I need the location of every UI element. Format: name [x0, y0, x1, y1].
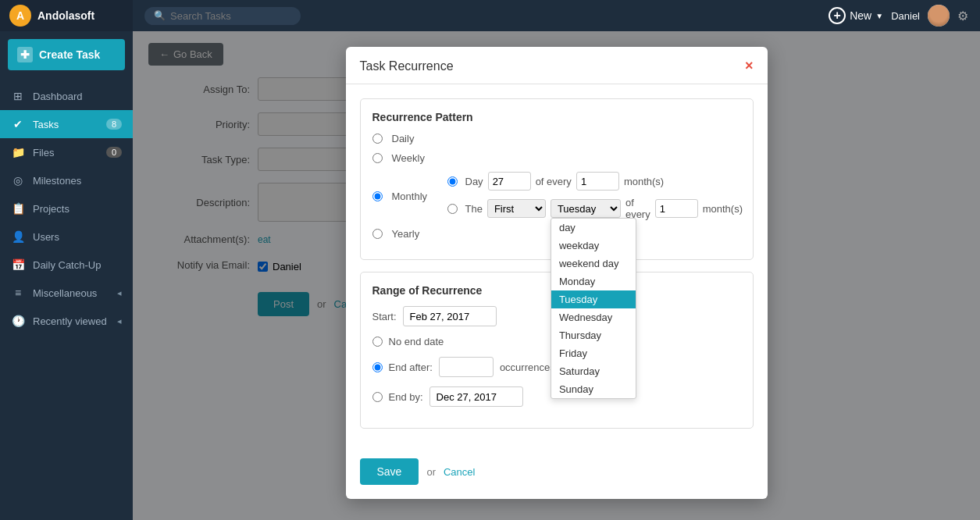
- save-button[interactable]: Save: [360, 458, 419, 485]
- files-icon: 📁: [11, 146, 25, 158]
- main-area: 🔍 + New ▼ Daniel ⚙ ← Go Back Assign To:: [133, 0, 980, 520]
- dropdown-item-weekday[interactable]: weekday: [551, 237, 636, 255]
- day-dropdown-container: Tuesday day weekday weekend day Monday: [551, 199, 621, 218]
- topbar: 🔍 + New ▼ Daniel ⚙: [133, 0, 980, 31]
- sidebar-item-files[interactable]: 📁 Files 0: [0, 138, 133, 166]
- modal-close-button[interactable]: ×: [745, 58, 754, 74]
- sidebar-item-label: Projects: [33, 203, 69, 215]
- sidebar-item-miscellaneous[interactable]: ≡ Miscellaneous ◂: [0, 279, 133, 307]
- sidebar-item-label: Milestones: [33, 175, 81, 187]
- monthly-radio[interactable]: [372, 191, 383, 201]
- miscellaneous-arrow: ◂: [117, 288, 122, 298]
- sidebar-header: A Andolasoft: [0, 0, 133, 31]
- end-by-radio[interactable]: [372, 392, 383, 402]
- weekly-radio[interactable]: [372, 153, 383, 163]
- dropdown-item-thursday[interactable]: Thursday: [551, 326, 636, 344]
- create-task-label: Create Task: [39, 48, 100, 61]
- start-label: Start:: [372, 311, 397, 322]
- day-select[interactable]: Tuesday: [551, 199, 621, 218]
- dropdown-item-wednesday[interactable]: Wednesday: [551, 308, 636, 326]
- dropdown-item-monday[interactable]: Monday: [551, 272, 636, 290]
- create-task-button[interactable]: ✚ Create Task: [8, 39, 125, 70]
- sidebar-item-label: Tasks: [33, 119, 59, 130]
- dashboard-icon: ⊞: [11, 90, 25, 102]
- modal-overlay: Task Recurrence × Recurrence Pattern Dai…: [133, 31, 980, 520]
- daily-label: Daily: [392, 133, 435, 144]
- dropdown-item-weekend-day[interactable]: weekend day: [551, 255, 636, 272]
- search-box: 🔍: [144, 7, 301, 25]
- sidebar-item-label: Files: [33, 147, 54, 158]
- pattern-section-title: Recurrence Pattern: [372, 111, 741, 123]
- sidebar-item-milestones[interactable]: ◎ Milestones: [0, 166, 133, 194]
- end-after-label: End after:: [389, 362, 433, 373]
- end-after-radio[interactable]: [372, 362, 383, 372]
- recently-viewed-arrow: ◂: [117, 316, 122, 326]
- monthly-day-input[interactable]: [488, 172, 531, 191]
- of-every-text-2: of every: [625, 197, 650, 220]
- first-select[interactable]: First Second Third Fourth Last: [487, 199, 546, 218]
- modal-cancel-link[interactable]: Cancel: [444, 466, 475, 478]
- monthly-the-label: The: [465, 203, 483, 215]
- pattern-monthly-row: Monthly Day of every month(s): [372, 172, 741, 220]
- dropdown-item-friday[interactable]: Friday: [551, 344, 636, 362]
- files-badge: 0: [106, 147, 122, 158]
- end-after-input[interactable]: [439, 357, 494, 377]
- modal-footer: Save or Cancel: [346, 454, 768, 499]
- the-months-input[interactable]: [655, 199, 698, 218]
- no-end-radio[interactable]: [372, 337, 383, 347]
- sidebar-item-tasks[interactable]: ✔ Tasks 8: [0, 110, 133, 138]
- daily-radio[interactable]: [372, 134, 383, 144]
- pattern-daily-row: Daily: [372, 133, 741, 144]
- sidebar-item-label: Miscellaneous: [33, 287, 97, 299]
- milestones-icon: ◎: [11, 174, 25, 187]
- monthly-day-radio[interactable]: [447, 176, 458, 187]
- weekly-label: Weekly: [392, 152, 435, 164]
- sidebar: A Andolasoft ✚ Create Task ⊞ Dashboard ✔…: [0, 0, 133, 520]
- avatar: [928, 5, 950, 27]
- search-input[interactable]: [170, 10, 280, 22]
- search-icon: 🔍: [154, 10, 166, 21]
- yearly-label: Yearly: [392, 228, 435, 240]
- miscellaneous-icon: ≡: [11, 287, 25, 299]
- task-recurrence-modal: Task Recurrence × Recurrence Pattern Dai…: [346, 47, 768, 499]
- modal-header: Task Recurrence ×: [346, 47, 768, 84]
- monthly-day-label: Day: [465, 176, 483, 187]
- settings-icon[interactable]: ⚙: [957, 9, 968, 23]
- sidebar-item-projects[interactable]: 📋 Projects: [0, 194, 133, 223]
- tasks-badge: 8: [106, 119, 122, 130]
- tasks-icon: ✔: [11, 118, 25, 130]
- dropdown-item-sunday[interactable]: Sunday: [551, 380, 636, 398]
- create-task-icon: ✚: [17, 47, 33, 62]
- of-every-text-1: of every: [536, 176, 572, 187]
- users-icon: 👤: [11, 230, 25, 243]
- monthly-the-radio[interactable]: [447, 204, 458, 214]
- modal-title: Task Recurrence: [360, 59, 454, 73]
- occurrences-label: occurrences: [500, 362, 555, 373]
- modal-body: Recurrence Pattern Daily Weekly: [346, 84, 768, 454]
- topbar-username: Daniel: [891, 10, 920, 22]
- end-by-label: End by:: [389, 391, 423, 403]
- sidebar-item-recently-viewed[interactable]: 🕐 Recently viewed ◂: [0, 307, 133, 335]
- dropdown-item-day[interactable]: day: [551, 219, 636, 237]
- yearly-radio[interactable]: [372, 229, 383, 239]
- sidebar-item-users[interactable]: 👤 Users: [0, 223, 133, 251]
- months-label-1: month(s): [624, 176, 664, 187]
- no-end-label: No end date: [389, 336, 444, 347]
- monthly-label: Monthly: [392, 191, 435, 202]
- end-by-input[interactable]: [429, 386, 523, 407]
- daily-catchup-icon: 📅: [11, 258, 25, 271]
- sidebar-nav: ⊞ Dashboard ✔ Tasks 8 📁 Files 0 ◎ Milest…: [0, 78, 133, 520]
- day-dropdown-list: day weekday weekend day Monday Tuesday W…: [551, 218, 636, 399]
- new-button-icon: +: [829, 7, 846, 24]
- sidebar-item-dashboard[interactable]: ⊞ Dashboard: [0, 82, 133, 110]
- projects-icon: 📋: [11, 202, 25, 215]
- dropdown-item-saturday[interactable]: Saturday: [551, 362, 636, 380]
- monthly-months-input[interactable]: [576, 172, 619, 191]
- content-area: ← Go Back Assign To: Priority: Task Type…: [133, 31, 980, 520]
- sidebar-item-label: Recently viewed: [33, 315, 107, 327]
- sidebar-item-label: Users: [33, 231, 59, 243]
- sidebar-item-daily-catchup[interactable]: 📅 Daily Catch-Up: [0, 251, 133, 279]
- start-date-input[interactable]: [403, 306, 497, 326]
- dropdown-item-tuesday[interactable]: Tuesday: [551, 290, 636, 308]
- new-button[interactable]: + New ▼: [829, 7, 883, 24]
